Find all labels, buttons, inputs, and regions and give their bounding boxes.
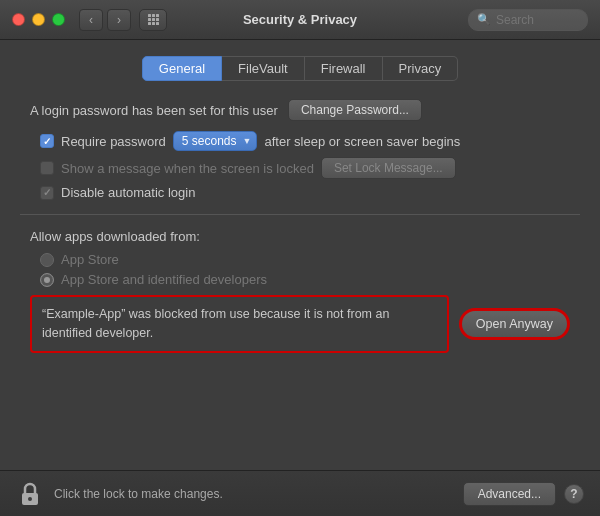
require-password-row: Require password 5 seconds ▼ after sleep… — [20, 131, 580, 151]
login-password-row: A login password has been set for this u… — [20, 99, 580, 121]
tab-bar: General FileVault Firewall Privacy — [20, 56, 580, 81]
svg-rect-5 — [156, 18, 159, 21]
lock-icon — [19, 481, 41, 507]
tab-general[interactable]: General — [142, 56, 222, 81]
require-password-checkbox[interactable] — [40, 134, 54, 148]
set-lock-message-button[interactable]: Set Lock Message... — [321, 157, 456, 179]
show-message-label: Show a message when the screen is locked — [61, 161, 314, 176]
help-button[interactable]: ? — [564, 484, 584, 504]
maximize-button[interactable] — [52, 13, 65, 26]
svg-point-10 — [28, 497, 32, 501]
dropdown-value: 5 seconds — [182, 134, 237, 148]
disable-auto-login-checkbox[interactable] — [40, 186, 54, 200]
app-store-label: App Store — [61, 252, 119, 267]
require-password-label: Require password — [61, 134, 166, 149]
search-box[interactable]: 🔍 — [468, 9, 588, 31]
chevron-down-icon: ▼ — [243, 136, 252, 146]
lock-label: Click the lock to make changes. — [54, 487, 223, 501]
open-anyway-button[interactable]: Open Anyway — [459, 308, 570, 340]
svg-rect-3 — [148, 18, 151, 21]
window-title: Security & Privacy — [243, 12, 357, 27]
svg-rect-1 — [152, 14, 155, 17]
app-store-identified-label: App Store and identified developers — [61, 272, 267, 287]
app-store-radio[interactable] — [40, 253, 54, 267]
app-store-radio-row: App Store — [20, 252, 580, 267]
password-timeout-dropdown[interactable]: 5 seconds ▼ — [173, 131, 258, 151]
nav-arrows: ‹ › — [79, 9, 131, 31]
bottom-bar: Click the lock to make changes. Advanced… — [0, 470, 600, 516]
svg-rect-4 — [152, 18, 155, 21]
tab-filevault[interactable]: FileVault — [222, 56, 305, 81]
traffic-lights — [12, 13, 65, 26]
show-message-row: Show a message when the screen is locked… — [20, 157, 580, 179]
forward-button[interactable]: › — [107, 9, 131, 31]
bottom-right-controls: Advanced... ? — [463, 482, 584, 506]
svg-rect-8 — [156, 22, 159, 25]
blocked-message: “Example-App” was blocked from use becau… — [30, 295, 449, 353]
search-input[interactable] — [496, 13, 579, 27]
tab-firewall[interactable]: Firewall — [305, 56, 383, 81]
main-content: General FileVault Firewall Privacy A log… — [0, 40, 600, 470]
login-password-label: A login password has been set for this u… — [30, 103, 278, 118]
svg-rect-7 — [152, 22, 155, 25]
minimize-button[interactable] — [32, 13, 45, 26]
advanced-button[interactable]: Advanced... — [463, 482, 556, 506]
svg-rect-6 — [148, 22, 151, 25]
back-button[interactable]: ‹ — [79, 9, 103, 31]
close-button[interactable] — [12, 13, 25, 26]
disable-auto-login-row: Disable automatic login — [20, 185, 580, 200]
change-password-button[interactable]: Change Password... — [288, 99, 422, 121]
disable-auto-login-label: Disable automatic login — [61, 185, 195, 200]
svg-rect-2 — [156, 14, 159, 17]
show-message-checkbox[interactable] — [40, 161, 54, 175]
svg-rect-0 — [148, 14, 151, 17]
app-store-identified-radio-row: App Store and identified developers — [20, 272, 580, 287]
blocked-app-section: “Example-App” was blocked from use becau… — [20, 295, 580, 353]
search-icon: 🔍 — [477, 13, 491, 26]
tab-privacy[interactable]: Privacy — [383, 56, 459, 81]
lock-button[interactable] — [16, 480, 44, 508]
section-divider — [20, 214, 580, 215]
allow-apps-label: Allow apps downloaded from: — [20, 229, 580, 244]
grid-icon — [147, 13, 160, 26]
after-sleep-label: after sleep or screen saver begins — [264, 134, 460, 149]
grid-button[interactable] — [139, 9, 167, 31]
app-store-identified-radio[interactable] — [40, 273, 54, 287]
titlebar: ‹ › Security & Privacy 🔍 — [0, 0, 600, 40]
